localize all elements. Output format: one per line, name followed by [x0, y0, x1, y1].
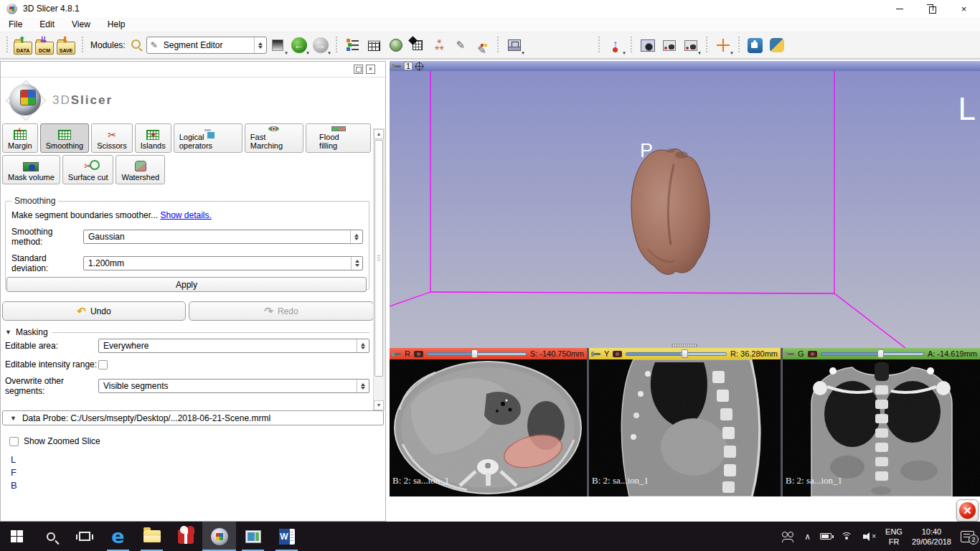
module-back-button[interactable]: ← ▾	[289, 34, 309, 56]
tray-expand-icon[interactable]: ∧	[804, 532, 811, 542]
slider-handle[interactable]	[877, 349, 884, 358]
view-options-icon[interactable]	[415, 62, 423, 70]
undo-button[interactable]: ↶ Undo	[2, 301, 186, 321]
red-slice-image[interactable]: B: 2: sa...ion_1	[390, 359, 587, 496]
combo-arrows-icon[interactable]	[357, 339, 369, 352]
dropdown-caret-icon[interactable]: ▾	[698, 50, 701, 55]
close-panel-icon[interactable]: ×	[366, 65, 375, 74]
toolbar-grip[interactable]	[80, 37, 84, 54]
taskbar-search-button[interactable]	[34, 522, 67, 551]
effect-flood-filling[interactable]: Flood filling	[306, 123, 371, 153]
volume-muted-icon[interactable]: ×	[863, 532, 876, 541]
splitter-grip[interactable]	[672, 344, 697, 347]
red-slice-controller-bar[interactable]: R S: -140.750mm	[390, 348, 587, 359]
annotations-button[interactable]: ✎	[472, 34, 492, 56]
wifi-icon[interactable]	[841, 532, 854, 541]
dropdown-caret-icon[interactable]: ▾	[730, 50, 733, 55]
combo-arrows-icon[interactable]	[357, 380, 369, 392]
apply-button[interactable]: Apply	[6, 277, 367, 292]
taskbar-slicer[interactable]	[202, 522, 236, 551]
overwrite-select[interactable]: Visible segments	[98, 379, 369, 393]
smoothing-method-select[interactable]: Gaussian	[83, 230, 363, 244]
floating-close-button[interactable]: ✕	[956, 499, 979, 522]
pin-icon[interactable]	[788, 353, 794, 355]
red-slice-slider[interactable]	[427, 349, 527, 358]
scroll-down-icon[interactable]: ▼	[374, 400, 384, 410]
green-slice-slider[interactable]	[821, 349, 924, 358]
toolbar-grip[interactable]	[705, 37, 709, 54]
slider-handle[interactable]	[682, 349, 688, 358]
language-indicator[interactable]: ENG FR	[885, 527, 903, 547]
effect-margin[interactable]: Margin	[2, 123, 38, 153]
spin-arrows-icon[interactable]	[351, 257, 362, 270]
effect-mask-volume[interactable]: Mask volume	[2, 155, 60, 184]
toolbar-grip[interactable]	[738, 37, 741, 54]
show-details-link[interactable]: Show details.	[160, 210, 211, 220]
screenshot-button[interactable]	[638, 34, 658, 56]
scroll-up-icon[interactable]: ▲	[374, 129, 384, 139]
taskbar-file-explorer[interactable]	[135, 522, 169, 551]
toolbar-grip[interactable]	[496, 37, 500, 54]
effect-islands[interactable]: Islands	[135, 123, 171, 153]
yellow-slice-image[interactable]: B: 2: sa...ion_1	[589, 359, 781, 496]
slice-menu-icon[interactable]	[414, 351, 423, 357]
scene-view-menu-button[interactable]: ▾	[681, 34, 701, 56]
yellow-slice-controller-bar[interactable]: Y R: 36.280mm	[589, 348, 781, 359]
people-icon[interactable]	[782, 532, 795, 542]
combo-arrows-icon[interactable]	[254, 37, 266, 53]
load-data-button[interactable]: ⬆ DATA	[13, 34, 33, 56]
dropdown-caret-icon[interactable]: ▾	[623, 50, 626, 55]
taskbar-word[interactable]	[270, 522, 303, 551]
scene-view-button[interactable]	[659, 34, 679, 56]
close-button[interactable]: ×	[948, 0, 980, 17]
intensity-range-checkbox[interactable]	[98, 360, 108, 369]
slider-handle[interactable]	[471, 349, 478, 358]
toolbar-grip[interactable]	[630, 37, 633, 54]
dropdown-caret-icon[interactable]: ▾	[328, 50, 331, 55]
toolbar-grip[interactable]	[335, 37, 339, 54]
extensions-manager-button[interactable]	[745, 34, 765, 56]
battery-icon[interactable]	[820, 533, 831, 540]
combo-arrows-icon[interactable]	[350, 230, 362, 243]
menu-view[interactable]: View	[63, 18, 99, 31]
pin-icon[interactable]	[395, 353, 401, 355]
subject-hierarchy-button[interactable]	[343, 34, 363, 56]
effect-watershed[interactable]: Watershed	[116, 155, 165, 184]
layout-button[interactable]: ▾	[504, 34, 524, 56]
slice-menu-icon[interactable]	[613, 351, 622, 357]
toolbar-grip[interactable]	[598, 37, 601, 54]
save-button[interactable]: ⬇ SAVE	[56, 34, 76, 56]
clock[interactable]: 10:40 29/06/2018	[912, 527, 951, 547]
module-history-button[interactable]: ▾	[268, 34, 288, 56]
taskbar-giftbox-app[interactable]	[169, 522, 202, 551]
dropdown-caret-icon[interactable]: ▾	[306, 50, 309, 55]
data-probe-bar[interactable]: ▼ Data Probe: C:/Users/msepty/Desktop/..…	[2, 410, 384, 425]
yellow-slice-view[interactable]: Y R: 36.280mm	[589, 348, 781, 496]
task-view-button[interactable]	[67, 522, 101, 551]
restore-button[interactable]	[915, 0, 948, 17]
undock-panel-icon[interactable]	[354, 65, 363, 74]
masking-header[interactable]: ▼ Masking	[5, 327, 369, 337]
menu-file[interactable]: File	[0, 18, 31, 31]
module-search-icon[interactable]	[131, 39, 141, 49]
threeD-view[interactable]: 1	[390, 61, 980, 348]
editable-area-select[interactable]: Everywhere	[98, 339, 369, 353]
notification-center-icon[interactable]: 2	[961, 531, 974, 542]
redo-button[interactable]: ↷ Redo	[189, 301, 374, 321]
toolbar-grip[interactable]	[5, 37, 9, 54]
python-console-button[interactable]	[767, 34, 787, 56]
green-slice-view[interactable]: G A: -14.619mm	[783, 348, 980, 496]
effect-scissors[interactable]: ✂ Scissors	[91, 123, 133, 153]
pin-icon[interactable]	[594, 353, 600, 355]
green-slice-controller-bar[interactable]: G A: -14.619mm	[783, 348, 980, 359]
dicom-button[interactable]: ⇊ DCM	[34, 34, 55, 56]
show-zoomed-slice-checkbox[interactable]	[9, 437, 19, 446]
stddev-spinbox[interactable]: 1.200mm	[83, 256, 363, 270]
minimize-button[interactable]	[883, 0, 915, 17]
menu-help[interactable]: Help	[99, 18, 134, 31]
panel-scrollbar[interactable]: ▲ ▼	[373, 128, 385, 411]
effect-smoothing[interactable]: Smoothing	[40, 123, 90, 153]
module-forward-button[interactable]: → ▾	[311, 34, 331, 56]
threeD-view-controller-bar[interactable]: 1	[390, 61, 980, 71]
pin-icon[interactable]	[395, 65, 401, 67]
